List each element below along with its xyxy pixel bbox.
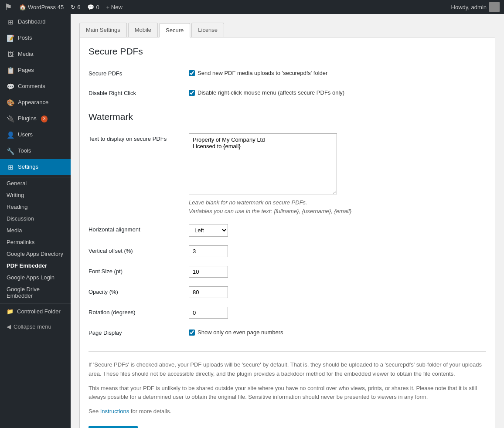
media-icon: 🖼 (7, 50, 14, 59)
tab-mobile[interactable]: Mobile (128, 23, 158, 37)
comments-icon: 💬 (7, 82, 14, 91)
disable-right-click-row: Disable Right Click Disable right-click … (89, 83, 486, 103)
secure-pdfs-label: Secure PDFs (89, 64, 189, 83)
collapse-menu-button[interactable]: ◀ Collapse menu (0, 319, 71, 334)
appearance-icon: 🎨 (7, 98, 14, 107)
tab-secure[interactable]: Secure (159, 23, 190, 37)
opacity-label: Opacity (%) (89, 282, 189, 302)
sidebar-sub-permalinks[interactable]: Permalinks (0, 236, 71, 248)
sidebar-item-dashboard[interactable]: ⊞ Dashboard (0, 14, 71, 30)
watermark-form: Text to display on secure PDFs Property … (89, 129, 486, 343)
instructions-link[interactable]: Instructions (100, 408, 129, 414)
sidebar-sub-google-apps-login[interactable]: Google Apps Login (0, 272, 71, 283)
info-text-3: See Instructions for more details. (89, 407, 486, 416)
horizontal-alignment-row: Horizontal alignment Left Center Right (89, 220, 486, 241)
secure-pdfs-form: Secure PDFs Send new PDF media uploads t… (89, 64, 486, 103)
watermark-help: Leave blank for no watermark on secure P… (189, 198, 486, 215)
settings-sub-menu: General Writing Reading Discussion Media… (0, 177, 71, 302)
topbar: ⚑ 🏠 WordPress 45 ↻ 6 💬 0 + New Howdy, ad… (0, 0, 504, 14)
pages-icon: 📋 (7, 66, 14, 75)
settings-icon: ⊞ (7, 163, 14, 172)
dashboard-icon: ⊞ (7, 17, 14, 27)
sidebar: ⊞ Dashboard 📝 Posts 🖼 Media 📋 Pages 💬 Co… (0, 14, 71, 428)
plugins-badge: 3 (41, 115, 48, 122)
vertical-offset-row: Vertical offset (%) (89, 241, 486, 262)
sidebar-sub-pdf-embedder[interactable]: PDF Embedder (0, 260, 71, 272)
main-content: Main Settings Mobile Secure License Secu… (71, 14, 504, 428)
sidebar-item-pages[interactable]: 📋 Pages (0, 62, 71, 78)
secure-pdfs-checkbox[interactable] (189, 70, 195, 76)
sidebar-sub-general[interactable]: General (0, 177, 71, 189)
watermark-textarea[interactable]: Property of My Company Ltd Licensed to {… (189, 133, 337, 194)
sidebar-item-media[interactable]: 🖼 Media (0, 46, 71, 62)
secure-pdfs-checkbox-row: Send new PDF media uploads to 'securepdf… (189, 68, 486, 78)
secure-pdfs-checkbox-label: Send new PDF media uploads to 'securepdf… (198, 70, 327, 76)
folder-icon: 📁 (7, 308, 14, 315)
disable-right-click-checkbox-row: Disable right-click mouse menu (affects … (189, 88, 486, 98)
section-divider (89, 351, 486, 352)
collapse-icon: ◀ (7, 323, 11, 330)
horizontal-alignment-label: Horizontal alignment (89, 220, 189, 241)
sidebar-sub-writing[interactable]: Writing (0, 189, 71, 201)
font-size-input[interactable] (189, 266, 228, 278)
tab-license[interactable]: License (191, 23, 224, 37)
disable-right-click-label: Disable Right Click (89, 83, 189, 103)
font-size-row: Font Size (pt) (89, 262, 486, 282)
save-changes-button[interactable]: Save Changes (89, 426, 138, 428)
secure-pdfs-row: Secure PDFs Send new PDF media uploads t… (89, 64, 486, 83)
sidebar-item-posts[interactable]: 📝 Posts (0, 30, 71, 46)
page-display-checkbox-row: Show only on even page numbers (189, 327, 486, 337)
sidebar-sub-google-drive-embedder[interactable]: Google Drive Embedder (0, 283, 71, 302)
posts-icon: 📝 (7, 34, 14, 43)
page-title: Secure PDFs (89, 46, 486, 57)
updates-link[interactable]: ↻ 6 (71, 4, 80, 10)
comments-link[interactable]: 💬 0 (87, 4, 99, 10)
sidebar-sub-media[interactable]: Media (0, 224, 71, 236)
wp-logo[interactable]: ⚑ (4, 2, 12, 12)
home-icon: 🏠 (19, 4, 26, 10)
page-display-checkbox-label: Show only on even page numbers (198, 329, 283, 336)
sidebar-item-users[interactable]: 👤 Users (0, 127, 71, 143)
controlled-folder-section: 📁 Controlled Folder (0, 303, 71, 319)
opacity-row: Opacity (%) (89, 282, 486, 302)
sidebar-item-appearance[interactable]: 🎨 Appearance (0, 95, 71, 111)
comments-icon: 💬 (87, 4, 94, 10)
horizontal-alignment-select[interactable]: Left Center Right (189, 224, 228, 237)
vertical-offset-input[interactable] (189, 245, 228, 257)
vertical-offset-label: Vertical offset (%) (89, 241, 189, 262)
sidebar-sub-discussion[interactable]: Discussion (0, 213, 71, 224)
tab-bar: Main Settings Mobile Secure License (79, 23, 495, 37)
tools-icon: 🔧 (7, 146, 14, 156)
site-name[interactable]: 🏠 WordPress 45 (19, 4, 64, 10)
content-card: Secure PDFs Secure PDFs Send new PDF med… (79, 37, 495, 428)
sidebar-sub-google-apps-directory[interactable]: Google Apps Directory (0, 248, 71, 260)
users-icon: 👤 (7, 130, 14, 139)
page-display-row: Page Display Show only on even page numb… (89, 323, 486, 343)
plugins-icon: 🔌 (7, 114, 14, 123)
sidebar-item-plugins[interactable]: 🔌 Plugins 3 (0, 111, 71, 127)
page-display-label: Page Display (89, 323, 189, 343)
watermark-text-label: Text to display on secure PDFs (89, 129, 189, 220)
info-text-2: This means that your PDF is unlikely to … (89, 384, 486, 402)
watermark-title: Watermark (89, 112, 486, 122)
sidebar-sub-reading[interactable]: Reading (0, 201, 71, 213)
updates-icon: ↻ (71, 4, 75, 10)
disable-right-click-checkbox-label: Disable right-click mouse menu (affects … (198, 89, 344, 96)
sidebar-item-controlled-folder[interactable]: 📁 Controlled Folder (0, 304, 71, 319)
disable-right-click-checkbox[interactable] (189, 90, 195, 96)
info-text-1: If 'Secure PDFs' is checked above, your … (89, 360, 486, 379)
tab-main-settings[interactable]: Main Settings (79, 23, 127, 37)
admin-info: Howdy, admin (451, 2, 500, 12)
sidebar-item-tools[interactable]: 🔧 Tools (0, 143, 71, 159)
rotation-label: Rotation (degrees) (89, 302, 189, 323)
watermark-text-row: Text to display on secure PDFs Property … (89, 129, 486, 220)
page-display-checkbox[interactable] (189, 329, 195, 336)
font-size-label: Font Size (pt) (89, 262, 189, 282)
rotation-input[interactable] (189, 307, 228, 319)
rotation-row: Rotation (degrees) (89, 302, 486, 323)
new-menu[interactable]: + New (106, 4, 123, 10)
avatar (489, 2, 500, 12)
opacity-input[interactable] (189, 286, 228, 298)
sidebar-item-comments[interactable]: 💬 Comments (0, 78, 71, 95)
sidebar-item-settings[interactable]: ⊞ Settings (0, 159, 71, 175)
